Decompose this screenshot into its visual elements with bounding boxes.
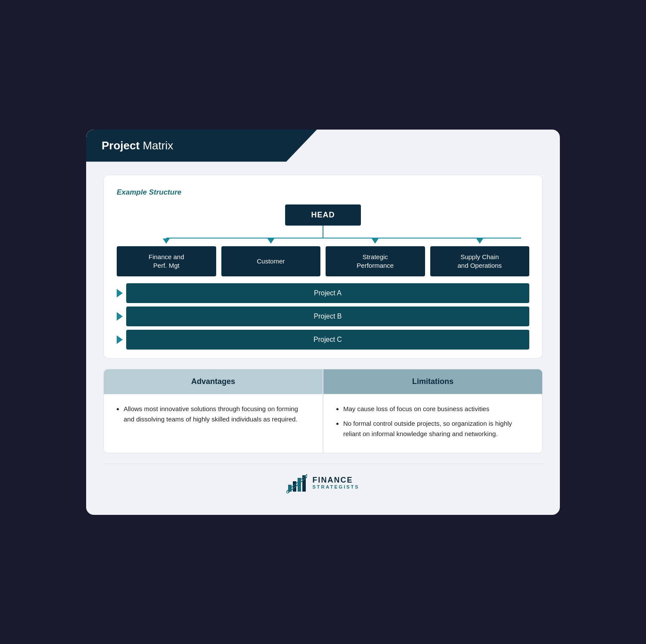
project-b-arrow <box>117 312 123 321</box>
logo-text: FINANCE STRATEGISTS <box>312 476 359 490</box>
page-title: Project Matrix <box>102 139 379 152</box>
project-a-bar: Project A <box>126 283 529 303</box>
limitation-item-2: No formal control outside projects, so o… <box>343 418 530 439</box>
content-area: Example Structure HEAD Finance andPerf. … <box>86 162 560 502</box>
org-chart: HEAD Finance andPerf. Mgt Customer <box>117 204 529 350</box>
header-bar: Project Matrix <box>86 130 394 162</box>
project-a-arrow <box>117 289 123 297</box>
project-b-bar: Project B <box>126 307 529 326</box>
project-c-bar: Project C <box>126 330 529 350</box>
limitations-header: Limitations <box>323 369 542 394</box>
finance-strategists-logo-icon <box>286 473 307 493</box>
dept-col-customer: Customer <box>221 238 321 276</box>
dept-box-supply: Supply Chainand Operations <box>430 246 530 276</box>
org-chart-section: Example Structure HEAD Finance andPerf. … <box>103 175 543 359</box>
brand-name: FINANCE <box>312 476 359 485</box>
footer-divider <box>103 464 543 464</box>
dept-col-supply: Supply Chainand Operations <box>430 238 530 276</box>
arrow-down-icon <box>372 238 379 244</box>
dept-box-customer: Customer <box>221 246 321 276</box>
head-node: HEAD <box>285 204 360 226</box>
arrow-right-icon <box>117 312 123 321</box>
arrow-down-icon <box>476 238 483 244</box>
adv-lim-body-row: Allows most innovative solutions through… <box>104 394 542 453</box>
dept-col-strategic: StrategicPerformance <box>326 238 425 276</box>
horizontal-line-container <box>117 238 529 238</box>
limitations-body: May cause loss of focus on core business… <box>323 394 542 453</box>
footer-logo: FINANCE STRATEGISTS <box>103 473 543 493</box>
arrow-right-icon <box>117 335 123 344</box>
vertical-connector <box>323 226 323 238</box>
dept-box-finance: Finance andPerf. Mgt <box>117 246 216 276</box>
main-card: Project Matrix Example Structure HEAD Fi… <box>86 130 560 515</box>
arrow-right-icon <box>117 289 123 297</box>
advantages-header: Advantages <box>104 369 323 394</box>
example-label: Example Structure <box>117 188 529 197</box>
adv-lim-header-row: Advantages Limitations <box>104 369 542 394</box>
projects-section: Project A Project B Project C <box>117 283 529 350</box>
dept-col-finance: Finance andPerf. Mgt <box>117 238 216 276</box>
arrow-down-icon <box>163 238 170 244</box>
horizontal-line <box>166 238 521 238</box>
project-arrows-col <box>117 283 126 350</box>
arrow-down-icon <box>267 238 274 244</box>
adv-lim-table: Advantages Limitations Allows most innov… <box>103 369 543 453</box>
project-c-arrow <box>117 335 123 344</box>
dept-box-strategic: StrategicPerformance <box>326 246 425 276</box>
brand-subtitle: STRATEGISTS <box>312 484 359 489</box>
advantages-body: Allows most innovative solutions through… <box>104 394 323 453</box>
limitation-item-1: May cause loss of focus on core business… <box>343 404 530 414</box>
projects-col: Project A Project B Project C <box>126 283 529 350</box>
advantage-item-1: Allows most innovative solutions through… <box>124 404 311 424</box>
departments-row: Finance andPerf. Mgt Customer StrategicP… <box>117 238 529 276</box>
